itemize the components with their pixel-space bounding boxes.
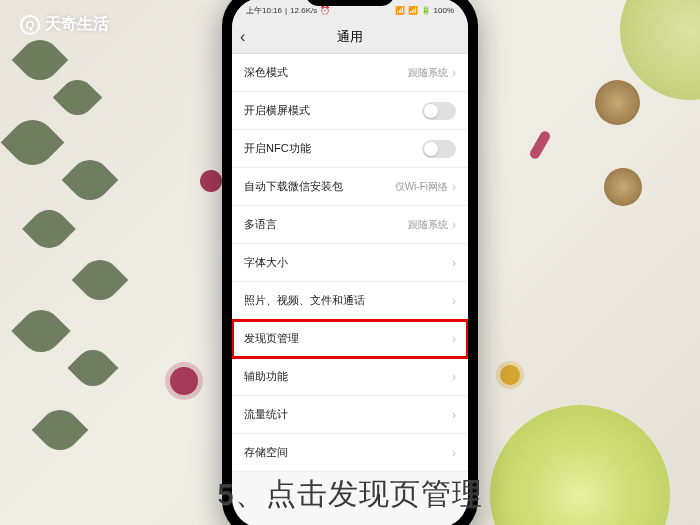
row-language[interactable]: 多语言 跟随系统› bbox=[232, 206, 468, 244]
chevron-right-icon: › bbox=[452, 408, 456, 422]
row-value: › bbox=[452, 370, 456, 384]
background-flower bbox=[170, 367, 198, 395]
row-discover-management[interactable]: 发现页管理 › bbox=[232, 320, 468, 358]
row-accessibility[interactable]: 辅助功能 › bbox=[232, 358, 468, 396]
row-value: › bbox=[452, 408, 456, 422]
phone-screen: 上午10:16 | 12.6K/s ⏰ 📶 📶 🔋 100% ‹ 通用 深色模式… bbox=[232, 0, 468, 525]
background-flower bbox=[528, 130, 552, 161]
wifi-icon: 📶 bbox=[408, 6, 418, 15]
chevron-right-icon: › bbox=[452, 256, 456, 270]
background-wood bbox=[604, 168, 642, 206]
phone-frame: 上午10:16 | 12.6K/s ⏰ 📶 📶 🔋 100% ‹ 通用 深色模式… bbox=[222, 0, 478, 525]
status-time: 上午10:16 bbox=[246, 5, 282, 16]
row-value: › bbox=[452, 256, 456, 270]
row-label: 存储空间 bbox=[244, 445, 288, 460]
row-dark-mode[interactable]: 深色模式 跟随系统› bbox=[232, 54, 468, 92]
chevron-right-icon: › bbox=[452, 446, 456, 460]
chevron-right-icon: › bbox=[452, 294, 456, 308]
navbar: ‹ 通用 bbox=[232, 20, 468, 54]
background-flower bbox=[200, 170, 222, 192]
row-value: 仅Wi-Fi网络› bbox=[395, 180, 456, 194]
row-nfc[interactable]: 开启NFC功能 bbox=[232, 130, 468, 168]
toggle-switch[interactable] bbox=[422, 102, 456, 120]
back-button[interactable]: ‹ bbox=[240, 28, 245, 46]
signal-icon: 📶 bbox=[395, 6, 405, 15]
alarm-icon: ⏰ bbox=[320, 6, 330, 15]
row-label: 自动下载微信安装包 bbox=[244, 179, 343, 194]
page-title: 通用 bbox=[337, 28, 363, 46]
chevron-right-icon: › bbox=[452, 370, 456, 384]
row-label: 多语言 bbox=[244, 217, 277, 232]
row-value: › bbox=[452, 294, 456, 308]
row-label: 照片、视频、文件和通话 bbox=[244, 293, 365, 308]
watermark: Q 天奇生活 bbox=[20, 14, 109, 35]
settings-list: 深色模式 跟随系统› 开启横屏模式 开启NFC功能 自动下载微信安装包 仅Wi-… bbox=[232, 54, 468, 472]
watermark-icon: Q bbox=[20, 15, 40, 35]
status-battery: 100% bbox=[434, 6, 454, 15]
battery-icon: 🔋 bbox=[421, 6, 431, 15]
row-label: 开启横屏模式 bbox=[244, 103, 310, 118]
background-plant bbox=[0, 10, 180, 510]
toggle-switch[interactable] bbox=[422, 140, 456, 158]
row-value: › bbox=[452, 332, 456, 346]
row-label: 开启NFC功能 bbox=[244, 141, 311, 156]
tutorial-caption: 5、点击发现页管理 bbox=[217, 474, 483, 515]
row-label: 字体大小 bbox=[244, 255, 288, 270]
row-value: 跟随系统› bbox=[408, 66, 456, 80]
row-font-size[interactable]: 字体大小 › bbox=[232, 244, 468, 282]
watermark-text: 天奇生活 bbox=[45, 14, 109, 35]
chevron-right-icon: › bbox=[452, 332, 456, 346]
background-wood bbox=[595, 80, 640, 125]
row-label: 辅助功能 bbox=[244, 369, 288, 384]
row-media[interactable]: 照片、视频、文件和通话 › bbox=[232, 282, 468, 320]
row-storage[interactable]: 存储空间 › bbox=[232, 434, 468, 472]
phone-notch bbox=[305, 0, 395, 6]
row-label: 流量统计 bbox=[244, 407, 288, 422]
row-auto-download[interactable]: 自动下载微信安装包 仅Wi-Fi网络› bbox=[232, 168, 468, 206]
chevron-right-icon: › bbox=[452, 180, 456, 194]
row-value: › bbox=[452, 446, 456, 460]
status-speed: 12.6K/s bbox=[290, 6, 317, 15]
chevron-right-icon: › bbox=[452, 66, 456, 80]
row-landscape-mode[interactable]: 开启横屏模式 bbox=[232, 92, 468, 130]
row-label: 深色模式 bbox=[244, 65, 288, 80]
background-lime bbox=[490, 405, 670, 525]
background-flower bbox=[500, 365, 520, 385]
chevron-right-icon: › bbox=[452, 218, 456, 232]
row-value: 跟随系统› bbox=[408, 218, 456, 232]
row-traffic[interactable]: 流量统计 › bbox=[232, 396, 468, 434]
row-label: 发现页管理 bbox=[244, 331, 299, 346]
